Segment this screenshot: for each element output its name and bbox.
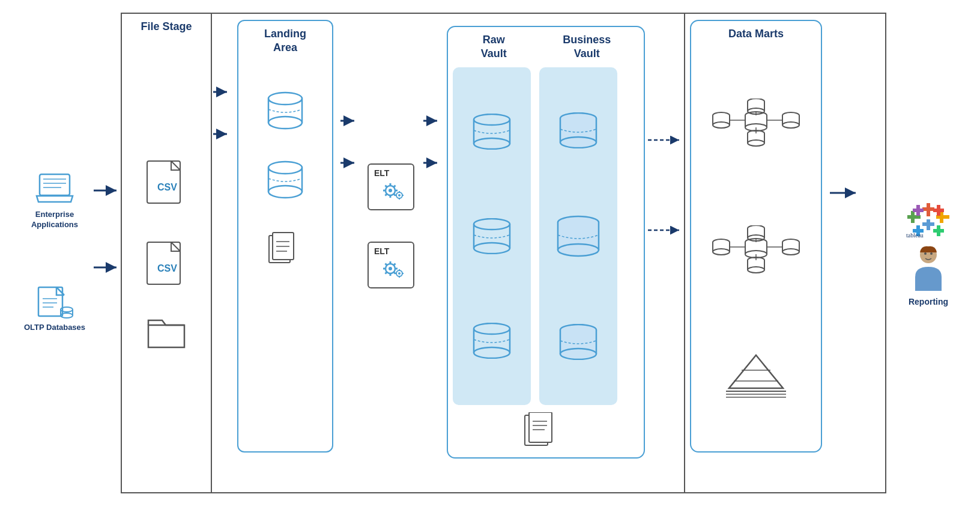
reporting-label: Reporting <box>909 297 948 306</box>
biz-vault-bg <box>539 67 617 405</box>
tableau-logo: tableau <box>904 200 952 239</box>
svg-point-103 <box>560 349 596 359</box>
vault-content <box>453 67 639 405</box>
svg-text:CSV: CSV <box>157 182 177 192</box>
svg-point-98 <box>558 244 599 256</box>
svg-point-60 <box>389 267 392 270</box>
source-oltp: OLTP Databases <box>24 284 85 333</box>
svg-line-67 <box>394 264 396 266</box>
arrow-csv2-to-landing <box>213 128 231 140</box>
arrow-elt2-to-vault <box>423 157 441 169</box>
biz-vault-db-2 <box>553 215 604 257</box>
main-area: File Stage CSV <box>121 13 886 493</box>
landing-area-section: LandingArea <box>232 14 338 492</box>
sources-column: Enterprise Applications OLTP Da <box>16 13 94 493</box>
arrow-csv1-to-landing <box>213 86 231 98</box>
svg-rect-179 <box>922 222 934 226</box>
svg-rect-156 <box>748 228 764 238</box>
svg-rect-161 <box>748 260 764 270</box>
biz-vault-db-1 <box>556 112 601 148</box>
svg-rect-112 <box>745 115 767 127</box>
svg-point-28 <box>268 162 302 174</box>
svg-point-77 <box>474 114 510 125</box>
svg-point-194 <box>924 252 927 255</box>
svg-rect-132 <box>748 133 764 143</box>
svg-point-195 <box>930 252 933 255</box>
data-mart-hub-2 <box>708 225 804 273</box>
laptop-icon <box>34 173 76 206</box>
raw-vault-db-1 <box>470 114 515 150</box>
landing-db-2 <box>264 160 306 200</box>
svg-point-24 <box>268 93 302 105</box>
arrow-landing2-to-elt <box>340 157 358 169</box>
data-marts-title: Data Marts <box>728 27 784 41</box>
svg-rect-122 <box>782 115 799 125</box>
elt-box-2: ELT <box>367 241 415 289</box>
svg-rect-191 <box>933 229 944 233</box>
svg-point-27 <box>268 117 302 129</box>
svg-line-68 <box>386 272 387 274</box>
svg-rect-177 <box>922 207 934 211</box>
data-mart-hub-1 <box>708 99 804 147</box>
arrow-elt1-to-vault <box>423 115 441 127</box>
data-marts-border: Data Marts <box>690 20 822 453</box>
landing-db-1 <box>264 91 306 130</box>
svg-point-93 <box>560 137 596 148</box>
svg-line-49 <box>394 186 396 187</box>
source-enterprise-apps: Enterprise Applications <box>16 173 94 230</box>
folder-icon <box>145 314 187 350</box>
enterprise-apps-label: Enterprise Applications <box>16 210 94 230</box>
svg-point-84 <box>474 243 510 254</box>
svg-rect-0 <box>40 174 70 195</box>
raw-vault-bg <box>453 67 531 405</box>
file-stage-section: File Stage CSV <box>122 14 212 492</box>
svg-rect-105 <box>529 412 552 442</box>
diagram-container: Enterprise Applications OLTP Da <box>16 13 964 493</box>
reporting-section: tableau Reporting <box>886 13 964 493</box>
svg-rect-5 <box>38 287 62 316</box>
svg-text:ELT: ELT <box>374 168 390 178</box>
vault-header: RawVault BusinessVault <box>453 33 639 61</box>
landing-area-border: LandingArea <box>237 20 333 453</box>
marts-to-reporting-arrow <box>827 14 863 492</box>
dashed-arrow-1 <box>648 134 684 146</box>
svg-rect-146 <box>713 242 730 252</box>
svg-point-42 <box>389 189 392 192</box>
file-stage-title: File Stage <box>141 20 192 34</box>
svg-rect-185 <box>913 209 924 212</box>
elt-box-1: ELT <box>367 163 415 211</box>
user-avatar <box>909 244 948 292</box>
source-arrows <box>94 13 121 493</box>
elt-section: ELT <box>361 14 421 492</box>
oltp-icon <box>35 284 74 319</box>
landing-area-title: LandingArea <box>264 27 306 55</box>
svg-point-31 <box>268 186 302 198</box>
svg-rect-181 <box>911 211 915 223</box>
arrow-to-filestage-1 <box>94 184 121 197</box>
vault-section: RawVault BusinessVault <box>444 14 648 492</box>
svg-rect-151 <box>782 242 799 252</box>
arrow-to-reporting <box>830 187 860 199</box>
svg-text:tableau: tableau <box>906 232 924 239</box>
business-vault-title: BusinessVault <box>563 33 611 61</box>
file-to-landing-arrows <box>212 14 232 492</box>
svg-rect-141 <box>745 242 767 254</box>
dashed-arrow-2 <box>648 224 684 236</box>
svg-text:ELT: ELT <box>374 246 390 256</box>
landing-items <box>264 85 306 445</box>
svg-line-47 <box>386 186 387 187</box>
raw-vault-db-3 <box>470 323 515 359</box>
svg-point-52 <box>398 194 401 197</box>
vault-bottom-item <box>453 412 639 451</box>
svg-rect-127 <box>748 102 764 111</box>
svg-point-80 <box>474 138 510 149</box>
raw-vault-title: RawVault <box>481 33 507 61</box>
data-marts-items <box>708 59 804 445</box>
landing-to-elt-arrows <box>338 14 361 492</box>
csv-file-1: CSV <box>144 158 189 209</box>
svg-rect-187 <box>933 209 944 212</box>
elt-to-vault-arrows <box>421 14 444 492</box>
csv-file-2: CSV <box>144 239 189 290</box>
svg-marker-169 <box>729 355 783 388</box>
svg-line-50 <box>386 194 387 196</box>
